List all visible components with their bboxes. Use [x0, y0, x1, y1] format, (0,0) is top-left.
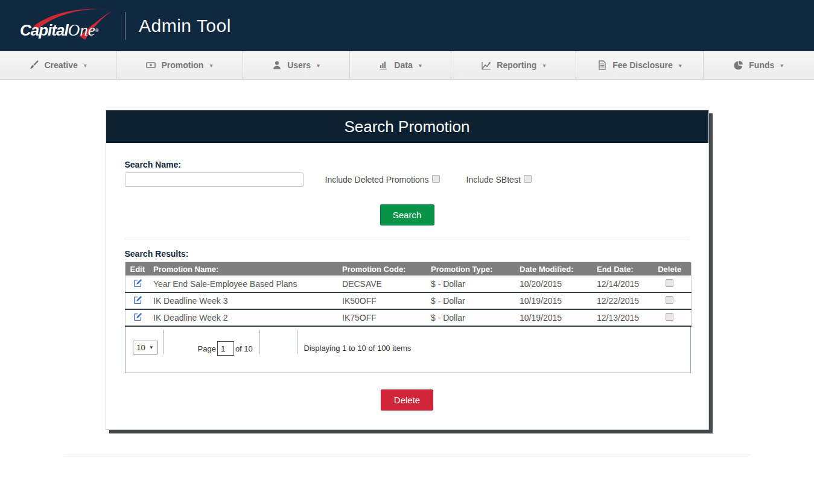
nav-label-funds: Funds — [749, 60, 774, 70]
row-delete-checkbox[interactable] — [666, 313, 673, 321]
cell-promotion-name: IK Deadline Week 2 — [151, 309, 340, 326]
pager-divider — [163, 330, 164, 354]
table-header-row: Edit Promotion Name: Promotion Code: Pro… — [125, 262, 691, 276]
pager-divider — [297, 330, 297, 354]
chevron-down-icon: ▾ — [679, 62, 682, 69]
cell-end-date: 12/13/2015 — [594, 309, 649, 326]
paintbrush-icon — [29, 60, 39, 70]
col-header-type: Promotion Type: — [428, 262, 517, 276]
pagination-bar: 10 ▼ Page of 10 Displaying 1 to 10 of 10… — [125, 327, 691, 373]
row-delete-checkbox[interactable] — [666, 279, 673, 287]
chevron-down-icon: ▾ — [209, 62, 212, 69]
nav-item-reporting[interactable]: Reporting ▾ — [451, 51, 576, 79]
pager-summary: Displaying 1 to 10 of 100 items — [304, 344, 412, 353]
cell-promotion-type: $ - Dollar — [428, 309, 517, 326]
chevron-down-icon: ▾ — [84, 62, 87, 69]
brand-one: One — [68, 21, 95, 39]
table-row: Year End Sale-Employee Based Plans DECSA… — [125, 276, 691, 292]
col-header-edit: Edit — [125, 262, 151, 276]
user-icon — [272, 60, 282, 70]
search-button[interactable]: Search — [380, 204, 434, 225]
pie-chart-icon — [734, 60, 743, 70]
include-deleted-checkbox[interactable] — [432, 175, 440, 183]
banknote-icon — [146, 60, 156, 70]
col-header-name: Promotion Name: — [151, 262, 340, 276]
nav-item-creative[interactable]: Creative ▾ — [0, 51, 116, 79]
page-number-input[interactable] — [217, 341, 234, 356]
nav-label-data: Data — [394, 60, 412, 70]
nav-item-funds[interactable]: Funds ▾ — [704, 51, 814, 79]
cell-end-date: 12/22/2015 — [594, 292, 649, 309]
nav-item-fee-disclosure[interactable]: Fee Disclosure ▾ — [576, 51, 703, 79]
cell-date-modified: 10/20/2015 — [517, 276, 594, 292]
cell-promotion-type: $ - Dollar — [428, 292, 517, 309]
include-sbtest-checkbox[interactable] — [524, 175, 532, 183]
brand-registered-mark: ® — [95, 27, 99, 33]
col-header-end: End Date: — [594, 262, 649, 276]
results-table: Edit Promotion Name: Promotion Code: Pro… — [125, 262, 692, 327]
cell-end-date: 12/14/2015 — [594, 276, 649, 292]
cell-promotion-code: DECSAVE — [340, 276, 428, 292]
search-name-input[interactable] — [125, 172, 304, 187]
brand-divider — [125, 12, 126, 40]
nav-item-promotion[interactable]: Promotion ▾ — [116, 51, 243, 79]
capital-one-logo: CapitalOne® — [20, 7, 118, 45]
nav-label-reporting: Reporting — [497, 60, 536, 70]
select-caret-icon: ▼ — [149, 345, 154, 350]
cell-date-modified: 10/19/2015 — [517, 309, 594, 326]
nav-label-users: Users — [287, 60, 311, 70]
page-label: Page — [198, 344, 216, 353]
chevron-down-icon: ▾ — [780, 62, 783, 69]
delete-button[interactable]: Delete — [381, 389, 433, 411]
edit-icon[interactable] — [133, 295, 142, 304]
cell-promotion-name: Year End Sale-Employee Based Plans — [151, 276, 340, 292]
top-bar: CapitalOne® Admin Tool — [0, 0, 814, 51]
edit-icon[interactable] — [133, 312, 142, 321]
nav-item-data[interactable]: Data ▾ — [350, 51, 451, 79]
bar-chart-icon — [379, 60, 389, 70]
table-row: IK Deadline Week 3 IK50OFF $ - Dollar 10… — [125, 292, 691, 309]
footer-divider — [63, 455, 751, 455]
col-header-modified: Date Modified: — [517, 262, 594, 276]
line-chart-icon — [482, 60, 491, 70]
edit-icon[interactable] — [133, 279, 142, 288]
cell-promotion-name: IK Deadline Week 3 — [151, 292, 340, 309]
col-header-code: Promotion Code: — [340, 262, 428, 276]
chevron-down-icon: ▾ — [419, 62, 422, 69]
include-deleted-label: Include Deleted Promotions — [325, 175, 429, 184]
search-name-label: Search Name: — [125, 160, 690, 169]
row-delete-checkbox[interactable] — [666, 296, 673, 304]
nav-label-fee-disclosure: Fee Disclosure — [612, 60, 673, 70]
search-promotion-panel: Search Promotion Search Name: Include De… — [106, 110, 709, 430]
cell-date-modified: 10/19/2015 — [517, 292, 594, 309]
col-header-delete: Delete — [649, 262, 691, 276]
app-title: Admin Tool — [139, 16, 231, 36]
pager-divider — [259, 330, 260, 354]
include-sbtest-label: Include SBtest — [466, 175, 521, 184]
nav-label-creative: Creative — [44, 60, 77, 70]
cell-promotion-type: $ - Dollar — [428, 276, 517, 292]
section-divider — [125, 239, 690, 239]
chevron-down-icon: ▾ — [317, 62, 320, 69]
table-row: IK Deadline Week 2 IK75OFF $ - Dollar 10… — [125, 309, 691, 326]
main-nav: Creative ▾ Promotion ▾ Users ▾ Data ▾ Re… — [0, 51, 814, 80]
cell-promotion-code: IK75OFF — [340, 309, 428, 326]
page-of-label: of 10 — [235, 344, 253, 353]
search-results-label: Search Results: — [125, 249, 690, 259]
page-size-value: 10 — [136, 343, 145, 352]
brand-capital: Capital — [20, 21, 68, 39]
nav-label-promotion: Promotion — [161, 60, 203, 70]
page-size-select[interactable]: 10 ▼ — [133, 341, 158, 354]
document-icon — [597, 60, 607, 70]
cell-promotion-code: IK50OFF — [340, 292, 428, 309]
chevron-down-icon: ▾ — [542, 62, 545, 69]
panel-title: Search Promotion — [106, 110, 708, 143]
nav-item-users[interactable]: Users ▾ — [243, 51, 350, 79]
